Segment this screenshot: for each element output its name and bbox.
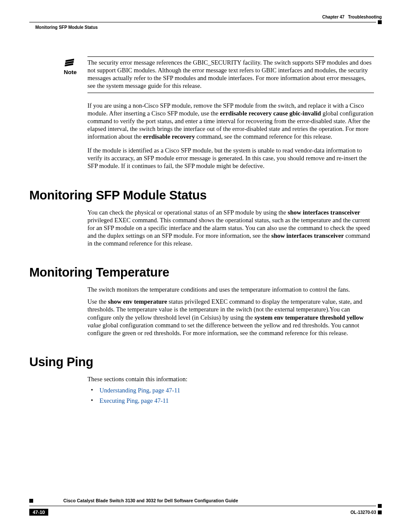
cross-ref-link[interactable]: Executing Ping, page 47-11 — [100, 397, 169, 404]
command-text: show env temperature — [108, 298, 167, 305]
running-head-left: Monitoring SFP Module Status — [29, 25, 98, 30]
body-paragraph: Use the show env temperature status priv… — [87, 298, 374, 337]
text-fragment: You can check the physical or operationa… — [87, 209, 288, 216]
text-fragment: command, see the command reference for t… — [195, 133, 332, 140]
text-fragment: global configuration command to set the … — [87, 322, 359, 336]
body-paragraph: The switch monitors the temperature cond… — [87, 286, 374, 293]
corner-block-icon — [378, 504, 382, 508]
note-rule-top — [87, 56, 374, 57]
body-paragraph: You can check the physical or operationa… — [87, 208, 374, 248]
list-item: Understanding Ping, page 47-11 — [87, 386, 374, 394]
cross-ref-link[interactable]: Understanding Ping, page 47-11 — [100, 387, 180, 394]
corner-block-icon — [378, 20, 382, 24]
list-item: Executing Ping, page 47-11 — [87, 397, 374, 404]
footer-rule — [29, 506, 376, 506]
body-paragraph: If the module is identified as a Cisco S… — [87, 146, 374, 170]
chapter-title: Troubleshooting — [348, 15, 382, 19]
command-text: errdisable recovery cause gbic-invalid — [220, 110, 321, 117]
section-heading-ping: Using Ping — [29, 355, 374, 369]
command-text: system env temperature threshold yellow — [255, 314, 364, 321]
document-id: OL-13270-03 — [351, 510, 376, 515]
command-text: errdisable recovery — [143, 133, 195, 140]
chapter-label: Chapter 47 — [322, 15, 345, 19]
pencil-note-icon — [65, 58, 75, 67]
note-rule-bottom — [87, 93, 374, 93]
corner-block-icon — [29, 499, 33, 503]
corner-block-icon — [378, 510, 382, 514]
header-rule — [29, 22, 376, 22]
body-paragraph: If you are using a non-Cisco SFP module,… — [87, 102, 374, 141]
note-text: The security error message references th… — [87, 59, 374, 90]
section-heading-sfp: Monitoring SFP Module Status — [29, 188, 374, 202]
command-text: show interfaces transceiver — [288, 209, 360, 216]
footer-guide-title: Cisco Catalyst Blade Switch 3130 and 303… — [33, 498, 382, 503]
page-number: 47-10 — [29, 509, 48, 516]
value-placeholder: value — [87, 322, 101, 329]
command-text: show interfaces transceiver — [271, 232, 344, 239]
section-heading-temperature: Monitoring Temperature — [29, 265, 374, 280]
text-fragment: Use the — [87, 298, 108, 305]
note-label: Note — [64, 69, 87, 75]
body-paragraph: These sections contain this information: — [87, 375, 374, 383]
